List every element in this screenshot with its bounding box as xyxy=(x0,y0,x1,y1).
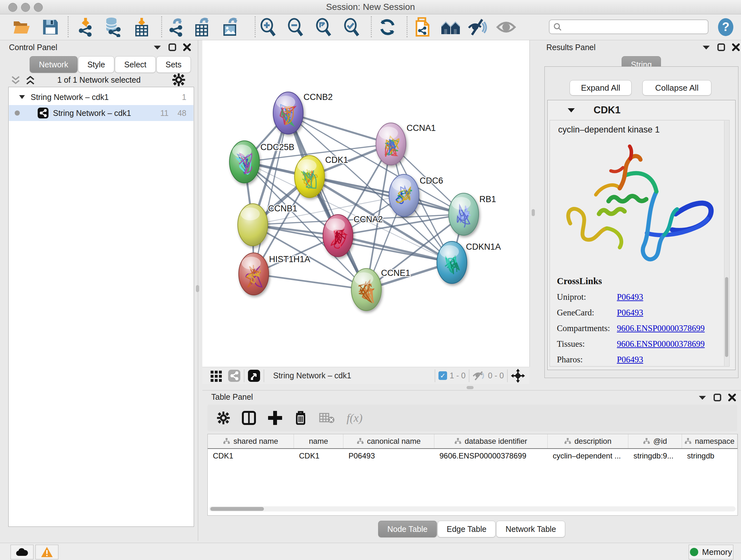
import-table-icon[interactable] xyxy=(131,17,152,37)
network-row[interactable]: String Network – cdk1 11 48 xyxy=(9,105,193,121)
export-network-icon[interactable] xyxy=(166,17,187,37)
import-network-database-icon[interactable] xyxy=(103,17,123,37)
tab-network-table[interactable]: Network Table xyxy=(496,521,565,537)
crosslink-link[interactable]: 9606.ENSP00000378699 xyxy=(617,339,704,349)
import-network-icon[interactable] xyxy=(75,17,96,37)
panel-float-icon[interactable] xyxy=(169,44,176,51)
table-hscrollbar[interactable] xyxy=(209,506,736,511)
network-options-gear-icon[interactable] xyxy=(172,73,185,87)
column-header-@id[interactable]: @id xyxy=(628,434,682,448)
warning-status-button[interactable] xyxy=(36,545,58,559)
add-column-icon[interactable] xyxy=(268,411,282,425)
export-table-icon[interactable] xyxy=(192,17,212,37)
cloud-status-button[interactable] xyxy=(10,545,33,559)
zoom-out-icon[interactable] xyxy=(285,17,306,37)
panel-collapse-icon[interactable] xyxy=(153,44,161,50)
network-node-RB1[interactable]: RB1 xyxy=(449,193,496,235)
export-image-icon[interactable] xyxy=(220,17,241,37)
tab-network[interactable]: Network xyxy=(30,56,77,73)
column-header-shared-name[interactable]: shared name xyxy=(208,434,294,448)
network-node-HIST1H1A[interactable]: HIST1H1A xyxy=(239,253,310,295)
node-label-CCNB1: CCNB1 xyxy=(268,204,297,213)
table-row[interactable]: CDK1CDK1P064939606.ENSP00000378699cyclin… xyxy=(208,449,738,463)
table-cell[interactable]: 9606.ENSP00000378699 xyxy=(434,449,548,463)
tab-edge-table[interactable]: Edge Table xyxy=(437,521,496,537)
collapse-all-button[interactable]: Collapse All xyxy=(643,80,711,96)
panel-collapse-icon[interactable] xyxy=(702,44,711,50)
tab-style[interactable]: Style xyxy=(78,56,115,73)
zoom-fit-icon[interactable] xyxy=(313,17,334,37)
network-collection-row[interactable]: String Network – cdk1 1 xyxy=(9,89,193,105)
network-edge[interactable] xyxy=(338,236,452,262)
table-cell[interactable]: stringdb:9... xyxy=(628,449,682,463)
network-node-CDK1[interactable]: CDK1 xyxy=(294,155,348,198)
network-node-CCNB2[interactable]: CCNB2 xyxy=(273,92,333,134)
help-button[interactable]: ? xyxy=(716,17,736,37)
open-session-icon[interactable] xyxy=(11,17,32,37)
column-header-name[interactable]: name xyxy=(294,434,343,448)
horizontal-splitter-handle[interactable] xyxy=(467,386,474,389)
panel-close-icon[interactable] xyxy=(183,44,191,51)
grid-view-icon[interactable] xyxy=(210,369,223,382)
table-cell[interactable]: CDK1 xyxy=(208,449,294,463)
table-cell[interactable]: CDK1 xyxy=(294,449,343,463)
right-splitter-handle[interactable] xyxy=(532,209,535,216)
first-neighbors-icon[interactable] xyxy=(441,17,461,37)
zoom-selected-icon[interactable] xyxy=(341,17,362,37)
network-canvas[interactable]: CCNB2CCNA1CDC25BCDK1CDC6RB1CCNB1CCNA2CDK… xyxy=(202,40,530,367)
crosslink-link[interactable]: P06493 xyxy=(617,355,643,365)
table-cell[interactable]: P06493 xyxy=(343,449,434,463)
network-node-CCNE1[interactable]: CCNE1 xyxy=(351,268,410,311)
network-edge[interactable] xyxy=(254,113,288,274)
table-settings-icon[interactable] xyxy=(217,412,230,424)
results-scrollbar[interactable] xyxy=(724,121,729,366)
table-cell[interactable]: cyclin–dependent ... xyxy=(548,449,628,463)
column-header-canonical-name[interactable]: canonical name xyxy=(343,434,434,448)
table-cell[interactable]: stringdb xyxy=(682,449,738,463)
panel-close-icon[interactable] xyxy=(728,394,736,401)
pan-tool-icon[interactable] xyxy=(511,369,525,383)
delete-table-icon[interactable] xyxy=(319,412,334,424)
crosslink-link[interactable]: P06493 xyxy=(617,308,643,318)
crosslink-link[interactable]: P06493 xyxy=(617,292,643,302)
clone-network-icon[interactable] xyxy=(412,17,433,37)
show-columns-icon[interactable] xyxy=(242,411,256,425)
protein-card-header[interactable]: CDK1 xyxy=(548,100,735,120)
column-header-description[interactable]: description xyxy=(548,434,628,448)
tab-sets[interactable]: Sets xyxy=(156,56,191,73)
show-all-icon[interactable] xyxy=(496,17,516,37)
memory-button[interactable]: Memory xyxy=(689,545,733,559)
network-node-CCNA2[interactable]: CCNA2 xyxy=(323,214,383,257)
card-collapse-icon[interactable] xyxy=(567,108,575,113)
zoom-in-icon[interactable] xyxy=(258,17,278,37)
selected-nodes-checkbox[interactable]: ✓ xyxy=(439,371,447,380)
search-input[interactable] xyxy=(562,22,700,32)
results-scrollbar-thumb[interactable] xyxy=(725,277,728,357)
expand-all-button[interactable]: Expand All xyxy=(569,80,631,96)
network-list-view-icon[interactable] xyxy=(228,369,241,382)
crosslink-link[interactable]: 9606.ENSP00000378699 xyxy=(617,323,704,333)
save-session-icon[interactable] xyxy=(40,17,61,37)
delete-column-icon[interactable] xyxy=(294,411,307,425)
network-edge[interactable] xyxy=(288,113,391,144)
network-edge[interactable] xyxy=(254,274,366,290)
hide-selection-icon[interactable] xyxy=(468,17,488,37)
left-splitter-handle[interactable] xyxy=(196,285,199,292)
panel-close-icon[interactable] xyxy=(732,44,740,51)
collection-expand-icon[interactable] xyxy=(18,95,25,100)
network-node-CDC6[interactable]: CDC6 xyxy=(389,174,443,216)
table-hscrollbar-thumb[interactable] xyxy=(210,507,264,511)
refresh-icon[interactable] xyxy=(377,17,398,37)
panel-float-icon[interactable] xyxy=(718,44,725,51)
function-builder-icon[interactable]: f(x) xyxy=(347,411,362,425)
tab-node-table[interactable]: Node Table xyxy=(378,521,437,537)
column-header-database-identifier[interactable]: database identifier xyxy=(434,434,548,448)
column-header-namespace[interactable]: namespace xyxy=(682,434,738,448)
panel-float-icon[interactable] xyxy=(714,394,721,401)
panel-collapse-icon[interactable] xyxy=(698,395,706,400)
hidden-items-icon[interactable] xyxy=(473,371,485,381)
network-graph[interactable]: CCNB2CCNA1CDC25BCDK1CDC6RB1CCNB1CCNA2CDK… xyxy=(202,40,529,367)
network-node-CDKN1A[interactable]: CDKN1A xyxy=(437,241,501,284)
tab-select[interactable]: Select xyxy=(115,56,155,73)
birdseye-view-icon[interactable] xyxy=(248,369,260,382)
